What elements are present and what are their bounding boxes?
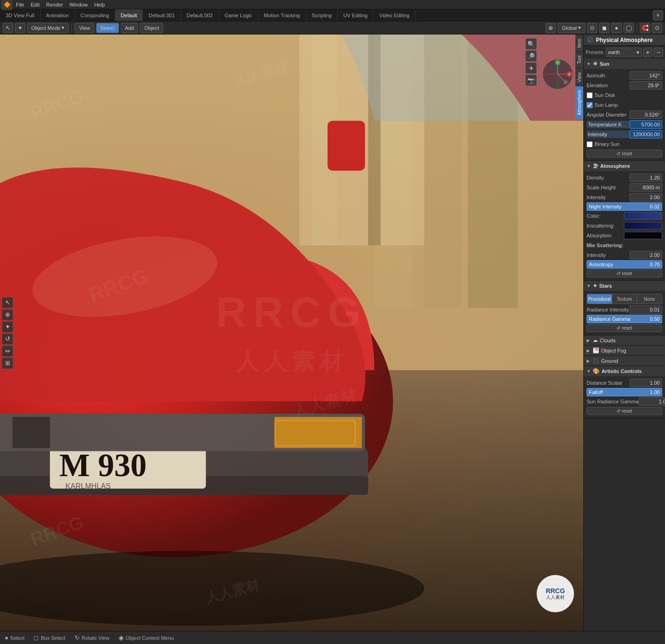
workspace-add-btn[interactable]: + — [653, 10, 663, 21]
viewport-icon-4[interactable]: ● — [611, 23, 622, 33]
sun-intensity-label: Intensity — [587, 131, 630, 138]
atmosphere-section-header[interactable]: ▼ 🌫 Atmosphere — [584, 161, 665, 171]
move-tool-btn[interactable]: ✦ — [2, 321, 13, 332]
scale-tool-btn[interactable]: ⇔ — [2, 346, 13, 357]
svg-rect-26 — [276, 421, 354, 445]
stars-none-btn[interactable]: None — [637, 294, 662, 304]
distance-scalar-input[interactable]: 1.00 — [630, 379, 662, 387]
menu-file[interactable]: File — [13, 1, 27, 8]
viewport-icon-2[interactable]: ⊙ — [587, 23, 597, 33]
transform-tool-btn[interactable]: ⊞ — [2, 358, 13, 369]
viewport-icon-1[interactable]: ⊕ — [546, 23, 556, 33]
presets-dropdown[interactable]: earth ▾ — [606, 48, 642, 57]
tab-default-002[interactable]: Default.002 — [181, 9, 219, 21]
menu-edit[interactable]: Edit — [28, 1, 42, 8]
viewport-icon-3[interactable]: ◼ — [599, 23, 609, 33]
inscattering-swatch[interactable] — [624, 222, 662, 229]
viewport-icon-5[interactable]: ◯ — [623, 23, 634, 33]
rotate-tool-btn[interactable]: ↺ — [2, 333, 13, 345]
menu-window[interactable]: Window — [67, 1, 91, 8]
artistic-icon: 🎨 — [593, 368, 600, 374]
stars-procedural-btn[interactable]: Procedural — [587, 294, 612, 304]
binary-sun-checkbox[interactable] — [587, 141, 593, 147]
side-tab-atmosphere[interactable]: Atmosphere — [575, 86, 583, 119]
tab-uv-editing[interactable]: UV Editing — [338, 9, 374, 21]
presets-add-btn[interactable]: + — [643, 48, 652, 57]
angular-diameter-input[interactable]: 0.526° — [630, 111, 662, 119]
elevation-input[interactable]: 29.9° — [630, 81, 662, 90]
side-tab-item[interactable]: Item — [575, 35, 583, 51]
app-icon[interactable]: 🔶 — [2, 0, 12, 10]
tab-scripting[interactable]: Scripting — [306, 9, 338, 21]
stars-reset-btn[interactable]: ↺ reset — [587, 324, 662, 332]
tab-3d-view-full[interactable]: 3D View Full — [0, 9, 41, 21]
tab-game-logic[interactable]: Game Logic — [219, 9, 258, 21]
tab-default-001[interactable]: Default.001 — [143, 9, 181, 21]
status-box-select[interactable]: ◻ Box Select — [34, 634, 65, 641]
zoom-in-btn[interactable]: 🔍 — [525, 38, 537, 49]
side-tab-view[interactable]: View — [575, 68, 583, 86]
sun-intensity-input[interactable]: 1200000.00 — [630, 130, 662, 138]
stars-texture-btn[interactable]: Texture — [612, 294, 637, 304]
status-context-menu[interactable]: ◉ Object Context Menu — [119, 634, 174, 641]
proportional-icon[interactable]: ⊙ — [652, 23, 662, 33]
sun-disk-checkbox[interactable] — [587, 92, 593, 98]
select-tool-btn[interactable]: ↖ — [2, 297, 13, 308]
tab-animation[interactable]: Animation — [41, 9, 75, 21]
atmosphere-reset-btn[interactable]: ↺ reset — [587, 270, 662, 277]
panel-enabled-checkbox[interactable]: ☑ — [588, 36, 593, 43]
mie-intensity-input[interactable]: 2.00 — [630, 251, 662, 259]
anisotropy-input[interactable]: Anisotropy 0.70 — [587, 260, 662, 269]
radiance-intensity-input[interactable]: 0.01 — [630, 305, 662, 314]
status-rotate-view[interactable]: ↻ Rotate View — [75, 634, 109, 641]
status-bar: ● Select ◻ Box Select ↻ Rotate View ◉ Ob… — [0, 631, 665, 644]
object-mode-dropdown[interactable]: Object Mode ▾ — [27, 23, 69, 33]
falloff-input[interactable]: Falloff 1.00 — [587, 388, 662, 396]
density-input[interactable]: 1.20 — [630, 173, 662, 182]
snap-icon[interactable]: 🧲 — [640, 23, 650, 33]
tab-default[interactable]: Default — [115, 9, 143, 21]
tab-video-editing[interactable]: Video Editing — [374, 9, 416, 21]
artistic-reset-btn[interactable]: ↺ reset — [587, 407, 662, 415]
object-btn[interactable]: Object — [140, 23, 163, 33]
stars-section-header[interactable]: ▼ ✦ Stars — [584, 281, 665, 291]
menu-help[interactable]: Help — [91, 1, 108, 8]
absorption-swatch[interactable] — [624, 232, 662, 239]
move-icon-btn[interactable]: ✦ — [15, 23, 25, 33]
sun-section-header[interactable]: ▼ ☀ Sun — [584, 59, 665, 69]
cursor-icon-btn[interactable]: ↖ — [3, 23, 13, 33]
add-btn[interactable]: Add — [121, 23, 139, 33]
sun-reset-btn[interactable]: ↺ reset — [587, 150, 662, 158]
view-btn[interactable]: View — [75, 23, 94, 33]
radiance-gamma-input[interactable]: Radiance Gamma 0.50 — [587, 315, 662, 323]
side-tab-tool[interactable]: Tool — [575, 51, 583, 68]
viewport-gizmo[interactable]: Y X Z — [541, 58, 574, 91]
tab-motion-tracking[interactable]: Motion Tracking — [258, 9, 306, 21]
night-intensity-input[interactable]: Night Intensity 0.02 — [587, 202, 662, 211]
cursor-tool-btn[interactable]: ⊕ — [2, 309, 13, 320]
presets-remove-btn[interactable]: − — [654, 48, 663, 57]
menu-render[interactable]: Render — [43, 1, 66, 8]
atm-intensity-input[interactable]: 2.00 — [630, 193, 662, 201]
select-btn[interactable]: Select — [96, 23, 119, 33]
sun-radiance-gamma-input[interactable]: 1.00 — [638, 397, 665, 406]
object-fog-section-header[interactable]: ▶ 🌁 Object Fog — [584, 346, 665, 356]
clouds-section-header[interactable]: ▶ ☁ Clouds — [584, 335, 665, 346]
camera-btn[interactable]: 📷 — [525, 75, 537, 86]
tab-compositing[interactable]: Compositing — [75, 9, 115, 21]
temperature-input[interactable]: 5700.00 — [630, 120, 662, 129]
artistic-controls-header[interactable]: ▼ 🎨 Artistic Controls — [584, 366, 665, 376]
global-dropdown[interactable]: Global ▾ — [558, 23, 585, 33]
scale-height-row: Scale Height 8000 m — [585, 183, 664, 192]
status-select[interactable]: ● Select — [5, 634, 24, 641]
zoom-out-btn[interactable]: 🔎 — [525, 50, 537, 62]
viewport[interactable]: M 930 KARLMHLAS — [0, 35, 583, 631]
color-swatch[interactable] — [624, 212, 662, 220]
sun-chevron: ▼ — [587, 62, 591, 66]
sun-lamp-checkbox[interactable] — [587, 102, 593, 108]
scale-height-input[interactable]: 8000 m — [630, 183, 662, 192]
azimuth-input[interactable]: 142° — [630, 71, 662, 80]
ground-section-header[interactable]: ▶ ⬛ Ground — [584, 356, 665, 366]
temperature-label: Temperature K — [587, 121, 630, 128]
fly-btn[interactable]: ✈ — [525, 62, 537, 74]
